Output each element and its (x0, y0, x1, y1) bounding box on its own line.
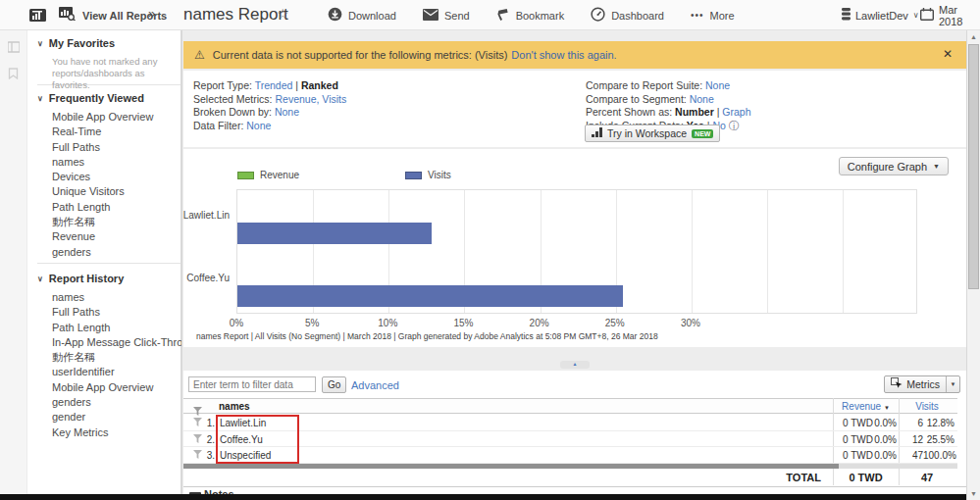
setting-link[interactable]: Graph (722, 106, 750, 118)
legend-label: Revenue (260, 170, 299, 180)
revenue-value: 0 TWD (833, 450, 873, 461)
info-icon[interactable]: ⓘ (729, 120, 740, 131)
configure-graph-button[interactable]: Configure Graph ▼ (839, 157, 949, 175)
visits-value: 12 (899, 434, 923, 445)
sidebar-item-genders[interactable]: genders (27, 245, 181, 260)
more-button[interactable]: •••More (691, 10, 735, 22)
go-button[interactable]: Go (322, 376, 346, 393)
chart-category-label: Lawliet.Lin (110, 210, 230, 221)
send-button[interactable]: Send (423, 9, 470, 23)
scroll-down-arrow[interactable]: ▼ (967, 490, 980, 497)
bottom-bar (0, 494, 966, 500)
dashboard-button[interactable]: Dashboard (591, 7, 664, 24)
divider (37, 263, 181, 264)
bookmark-label: Bookmark (516, 10, 565, 22)
sidebar-item-full-paths[interactable]: Full Paths (27, 305, 181, 320)
sidebar-item-gender[interactable]: gender (27, 410, 181, 425)
workspace-chart-icon (592, 127, 602, 139)
x-tick-label: 15% (447, 318, 479, 328)
report-suite-picker[interactable]: LawlietDev ∨ (842, 0, 919, 30)
table-row: 3.Unspecified0 TWD0.0%47100.0% (183, 447, 957, 464)
filter-input[interactable] (188, 376, 316, 392)
main-content: ⚠ Current data is not supported for the … (181, 30, 966, 500)
setting-link[interactable]: None (705, 79, 730, 91)
sidebar-item-in-app-message-click-throughs[interactable]: In-App Message Click-Throughs (27, 335, 181, 350)
sidebar-item-mobile-app-overview[interactable]: Mobile App Overview (27, 110, 181, 125)
chart-panel: Configure Graph ▼ RevenueVisits Lawliet.… (183, 149, 966, 347)
dont-show-again-link[interactable]: Don't show this again. (511, 49, 616, 61)
report-settings-panel: Report Type: Trended | RankedSelected Me… (183, 71, 966, 147)
sidebar-item-genders[interactable]: genders (27, 395, 181, 410)
sidebar-item-devices[interactable]: Devices (27, 170, 181, 184)
dashboard-icon (591, 7, 605, 24)
sidebar-item-full-paths[interactable]: Full Paths (27, 140, 181, 155)
row-visits-cell: 612.8% (899, 418, 954, 428)
row-revenue-cell: 0 TWD0.0% (833, 450, 897, 461)
panel-collapse-handle[interactable]: ▲ (560, 361, 590, 369)
visits-value: 47 (899, 450, 923, 461)
date-range-picker[interactable]: Mar 2018 (920, 0, 980, 30)
column-header-revenue[interactable]: Revenue ▼ (833, 401, 899, 412)
setting-link[interactable]: None (690, 93, 714, 105)
column-header-visits[interactable]: Visits (899, 401, 955, 412)
chevron-down-icon: ∨ (37, 94, 43, 103)
expand-menu-icon[interactable]: » (148, 6, 154, 21)
bookmark-button[interactable]: Bookmark (496, 8, 565, 23)
sidebar-section-my-favorites: ∨My FavoritesYou have not marked any rep… (27, 36, 181, 91)
sidebar-item-動作名稱[interactable]: 動作名稱 (27, 350, 181, 365)
metrics-button[interactable]: Metrics ▼ (884, 375, 960, 393)
sort-desc-icon: ▼ (884, 405, 890, 411)
setting-text: Ranked (301, 79, 338, 91)
page-title: names Report (183, 5, 288, 25)
header-actions: DownloadSendBookmarkDashboard•••More (328, 0, 735, 30)
row-revenue-cell: 0 TWD0.0% (833, 418, 897, 428)
warning-banner: ⚠ Current data is not supported for the … (183, 41, 966, 69)
sidebar-item-revenue[interactable]: Revenue (27, 229, 181, 244)
row-rank: 2. (199, 434, 215, 445)
chevron-down-icon: ∨ (37, 39, 43, 48)
sidebar-section-header-my-favorites[interactable]: ∨My Favorites (27, 36, 181, 50)
sidebar-item-mobile-app-overview[interactable]: Mobile App Overview (27, 380, 181, 395)
setting-link[interactable]: None (246, 120, 271, 131)
x-tick-label: 10% (372, 318, 403, 328)
reports-home-icon[interactable] (29, 8, 46, 26)
rail-menu-icon[interactable] (8, 39, 20, 57)
revenue-value: 0 TWD (833, 418, 873, 428)
setting-link[interactable]: None (275, 106, 299, 118)
setting-link[interactable]: Revenue, Visits (275, 93, 346, 105)
scroll-up-arrow[interactable]: ▲ (967, 33, 980, 40)
sidebar-item-path-length[interactable]: Path Length (27, 321, 181, 335)
setting-text: Broken Down by: (193, 106, 275, 118)
row-rank: 3. (199, 450, 215, 461)
rail-bookmark-icon[interactable] (8, 66, 19, 83)
gridline (843, 190, 844, 313)
favorite-star-icon[interactable]: ☆ (277, 6, 289, 22)
warning-text: Current data is not supported for the fo… (213, 49, 508, 61)
send-label: Send (444, 10, 470, 22)
setting-link[interactable]: Trended (255, 79, 293, 91)
report-setting-line: Report Type: Trended | Ranked (193, 79, 346, 93)
sidebar-section-header-frequently-viewed[interactable]: ∨Frequently Viewed (27, 91, 181, 105)
column-header-names[interactable]: names (219, 401, 250, 412)
sidebar-item-real-time[interactable]: Real-Time (27, 125, 181, 139)
scrollbar-thumb[interactable] (968, 44, 979, 289)
x-tick-label: 25% (599, 318, 631, 328)
advanced-filter-link[interactable]: Advanced (351, 379, 399, 391)
try-in-workspace-button[interactable]: Try in Workspace NEW (585, 125, 720, 142)
download-label: Download (348, 10, 396, 22)
bookmark-icon (496, 8, 510, 23)
sidebar-item-unique-visitors[interactable]: Unique Visitors (27, 184, 181, 199)
download-button[interactable]: Download (328, 7, 396, 24)
row-visits-cell: 47100.0% (899, 450, 954, 461)
report-setting-line: Compare to Segment: None (586, 93, 751, 107)
sidebar-item-list: Mobile App OverviewReal-TimeFull Pathsna… (27, 110, 181, 260)
metrics-dropdown-arrow[interactable]: ▼ (946, 376, 959, 392)
sidebar-section-frequently-viewed: ∨Frequently ViewedMobile App OverviewRea… (27, 91, 181, 260)
report-settings-left: Report Type: Trended | RankedSelected Me… (193, 79, 346, 132)
close-icon[interactable]: ✕ (943, 47, 953, 61)
sidebar-item-names[interactable]: names (27, 155, 181, 170)
sidebar-item-useridentifier[interactable]: userIdentifier (27, 365, 181, 379)
sidebar-item-key-metrics[interactable]: Key Metrics (27, 425, 181, 440)
sidebar-item-names[interactable]: names (27, 290, 181, 305)
vertical-scrollbar[interactable]: ▲ ▼ (966, 30, 980, 500)
